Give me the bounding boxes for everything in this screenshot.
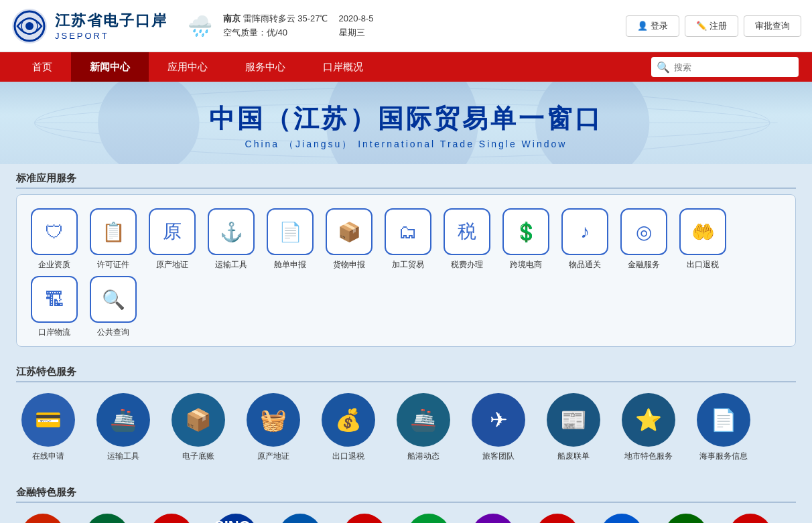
std-service-item-5[interactable]: 📦 货物申报	[322, 208, 376, 271]
jiangsu-circle: 🧺	[247, 393, 300, 447]
service-label: 企业资质	[38, 259, 70, 271]
register-button[interactable]: ✏️ 注册	[685, 15, 738, 37]
hero-banner: 中国（江苏）国际贸易单一窗口 China （Jiangsu） Internati…	[0, 82, 812, 164]
jiangsu-item-4[interactable]: 💰 出口退税	[316, 393, 381, 462]
std-service-item-11[interactable]: 🤲 出口退税	[676, 208, 730, 271]
finance-logo: 中	[150, 514, 193, 523]
finance-logo: ◆	[279, 514, 322, 523]
finance-item-1[interactable]: 蔬 中银苏贸贷	[80, 514, 134, 523]
nav-port[interactable]: 口岸概况	[304, 52, 382, 82]
nav-apps[interactable]: 应用中心	[149, 52, 226, 82]
jiangsu-services-section: 江苏特色服务 💳 在线申请 🚢 运输工具 📦 电子底账 🧺 原产地证 💰 出口退…	[0, 358, 812, 478]
logo-cn: 江苏省电子口岸	[55, 11, 167, 31]
weather-area: 🌧️ 南京 雷阵雨转多云 35-27℃ 空气质量：优/40 2020-8-5 星…	[167, 12, 626, 40]
login-button[interactable]: 👤 登录	[626, 15, 679, 37]
service-icon-box: ♪	[561, 208, 608, 255]
logo-area: 江苏省电子口岸 JSEPORT	[11, 7, 167, 45]
std-service-item-9[interactable]: ♪ 物品通关	[558, 208, 612, 271]
jiangsu-item-0[interactable]: 💳 在线申请	[16, 393, 80, 462]
jiangsu-item-2[interactable]: 📦 电子底账	[166, 393, 230, 462]
jiangsu-item-7[interactable]: 📰 船废联单	[541, 393, 606, 462]
std-service-item-12[interactable]: 🏗 口岸物流	[27, 276, 81, 338]
finance-item-11[interactable]: 宁 南京银行	[724, 514, 777, 523]
jiangsu-label: 运输工具	[107, 451, 139, 462]
finance-logo: P	[600, 514, 643, 523]
service-icon-box: 🛡	[31, 208, 78, 255]
std-service-item-0[interactable]: 🛡 企业资质	[27, 208, 81, 271]
finance-item-7[interactable]: 🦁 紫金保险	[466, 514, 520, 523]
services-grid: 🛡 企业资质 📋 许可证件 原 原产地证 ⚓ 运输工具 📄 舱单申报 📦 货物申…	[27, 208, 785, 338]
finance-logo: SINO SURE	[214, 514, 257, 523]
person-icon: 👤	[637, 21, 648, 31]
jiangsu-item-3[interactable]: 🧺 原产地证	[241, 393, 306, 462]
hero-title-en: China （Jiangsu） International Trade Sing…	[0, 139, 812, 151]
service-label: 公共查询	[97, 327, 129, 338]
query-button[interactable]: 审批查询	[744, 15, 801, 37]
service-icon-box: ⚓	[208, 208, 255, 255]
finance-logo: 工	[343, 514, 386, 523]
finance-item-9[interactable]: P 太平洋保险	[595, 514, 649, 523]
jiangsu-circle: 📄	[697, 393, 750, 447]
nav-home[interactable]: 首页	[13, 52, 71, 82]
std-service-item-2[interactable]: 原 原产地证	[145, 208, 199, 271]
jiangsu-label: 在线申请	[32, 451, 64, 462]
finance-logo: 苏	[21, 514, 64, 523]
jiangsu-item-8[interactable]: ⭐ 地市特色服务	[616, 393, 681, 462]
jiangsu-label: 原产地证	[257, 451, 289, 462]
finance-item-0[interactable]: 苏 苏贸贷	[16, 514, 70, 523]
jiangsu-circle: 🚢	[397, 393, 450, 447]
service-label: 物品通关	[569, 259, 601, 271]
header: 江苏省电子口岸 JSEPORT 🌧️ 南京 雷阵雨转多云 35-27℃ 空气质量…	[0, 0, 812, 52]
standard-services-section: 标准应用服务 🛡 企业资质 📋 许可证件 原 原产地证 ⚓ 运输工具 📄 舱单申…	[0, 164, 812, 358]
std-service-item-13[interactable]: 🔍 公共查询	[86, 276, 140, 338]
std-service-item-8[interactable]: 💲 跨境电商	[499, 208, 553, 271]
service-icon-box: 📦	[326, 208, 373, 255]
service-label: 金融服务	[628, 259, 660, 271]
jiangsu-circle: 💳	[21, 393, 75, 447]
finance-item-4[interactable]: ◆ 建设银行	[273, 514, 327, 523]
finance-item-2[interactable]: 中 中国银行	[145, 514, 198, 523]
finance-grid: 苏 苏贸贷 蔬 中银苏贸贷 中 中国银行 SINO SURE 中信保 ◆ 建设银…	[16, 508, 796, 523]
logo-icon	[11, 7, 48, 45]
std-service-item-7[interactable]: 税 税费办理	[440, 208, 494, 271]
nav-news[interactable]: 新闻中心	[71, 52, 149, 82]
service-label: 口岸物流	[38, 327, 70, 338]
weather-info: 南京 雷阵雨转多云 35-27℃ 空气质量：优/40	[223, 12, 328, 40]
finance-item-3[interactable]: SINO SURE 中信保	[209, 514, 263, 523]
service-label: 税费办理	[451, 259, 483, 271]
std-service-item-1[interactable]: 📋 许可证件	[86, 208, 140, 271]
finance-logo: S	[407, 514, 450, 523]
date: 2020-8-5	[339, 12, 374, 26]
search-icon: 🔍	[657, 61, 670, 74]
std-service-item-4[interactable]: 📄 舱单申报	[263, 208, 317, 271]
finance-item-10[interactable]: ⊕ 农业银行	[659, 514, 713, 523]
finance-logo: 宁	[729, 514, 772, 523]
service-label: 出口退税	[687, 259, 719, 271]
service-label: 加工贸易	[392, 259, 424, 271]
logo-text: 江苏省电子口岸 JSEPORT	[55, 11, 167, 41]
jiangsu-item-5[interactable]: 🚢 船港动态	[391, 393, 456, 462]
service-label: 运输工具	[215, 259, 247, 271]
finance-item-5[interactable]: 工 工商银行	[338, 514, 391, 523]
jiangsu-label: 电子底账	[182, 451, 214, 462]
search-input[interactable]	[674, 62, 793, 72]
weekday: 星期三	[339, 26, 374, 40]
jiangsu-item-6[interactable]: ✈ 旅客团队	[466, 393, 531, 462]
jiangsu-label: 出口退税	[332, 451, 364, 462]
service-icon-box: 🏗	[31, 276, 78, 323]
jiangsu-item-9[interactable]: 📄 海事服务信息	[691, 393, 756, 462]
std-service-item-10[interactable]: ◎ 金融服务	[617, 208, 671, 271]
jiangsu-circle: ⭐	[622, 393, 675, 447]
std-service-item-3[interactable]: ⚓ 运输工具	[204, 208, 258, 271]
jiangsu-circle: 💰	[322, 393, 375, 447]
nav-service[interactable]: 服务中心	[226, 52, 304, 82]
finance-logo: ⊕	[665, 514, 707, 523]
jiangsu-circle: 📰	[547, 393, 600, 447]
pen-icon: ✏️	[696, 21, 707, 31]
finance-item-6[interactable]: S 民生银行	[402, 514, 456, 523]
service-icon-box: 🤲	[679, 208, 726, 255]
service-icon-box: 原	[149, 208, 196, 255]
std-service-item-6[interactable]: 🗂 加工贸易	[381, 208, 435, 271]
finance-item-8[interactable]: M 招商银行	[531, 514, 584, 523]
jiangsu-item-1[interactable]: 🚢 运输工具	[91, 393, 155, 462]
